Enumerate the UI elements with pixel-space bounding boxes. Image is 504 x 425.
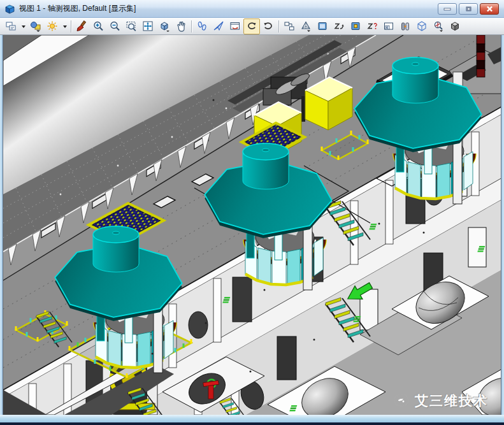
zoom-fit-button[interactable] xyxy=(140,18,156,34)
zoom-out-button[interactable] xyxy=(106,18,123,34)
lighting-dropdown[interactable] xyxy=(61,18,69,34)
zoom-in-button[interactable] xyxy=(90,18,106,34)
orbit-ccw-button[interactable] xyxy=(243,18,260,34)
viewport-frame-button[interactable] xyxy=(314,18,331,34)
link-views-button[interactable] xyxy=(281,18,298,34)
orbit-cube-button[interactable] xyxy=(156,18,173,34)
toolbar-separator xyxy=(278,20,279,32)
display-sets-button[interactable] xyxy=(3,18,19,34)
display-sets-dropdown[interactable] xyxy=(19,18,27,34)
close-button[interactable] xyxy=(480,3,499,15)
window-title: 视图 1 - 轴测视图, Default [显示集] xyxy=(19,3,438,14)
lighting-button[interactable] xyxy=(44,18,61,34)
window-frame-bottom xyxy=(0,415,504,425)
striped-pipe xyxy=(477,35,485,77)
watermark-text: 艾三维技术 xyxy=(415,392,488,410)
restore-button[interactable] xyxy=(459,3,478,15)
shaded-cube-button[interactable] xyxy=(447,18,463,34)
window-frame-left xyxy=(0,35,3,415)
paint-button[interactable] xyxy=(73,18,90,34)
fly-button[interactable] xyxy=(210,18,227,34)
zoom-window-button[interactable] xyxy=(123,18,140,34)
clip-window-button[interactable] xyxy=(380,18,397,34)
watermark: 艾三维技术 xyxy=(392,392,488,410)
main-toolbar xyxy=(0,18,504,35)
3d-viewport[interactable]: 艾三维技术 xyxy=(3,35,501,415)
swallow-logo-icon xyxy=(392,393,411,409)
app-window: 视图 1 - 轴测视图, Default [显示集] xyxy=(0,0,504,425)
window-frame-right xyxy=(501,35,504,415)
z-query-button[interactable] xyxy=(364,18,380,34)
perspective-button[interactable] xyxy=(298,18,314,34)
orbit-cw-button[interactable] xyxy=(260,18,277,34)
toolbar-separator xyxy=(191,20,192,32)
minimize-button[interactable] xyxy=(438,3,457,15)
render-style-button[interactable] xyxy=(27,18,44,34)
viewport-query-button[interactable] xyxy=(347,18,364,34)
3d-scene xyxy=(3,35,501,415)
walk-button[interactable] xyxy=(194,18,210,34)
view-cube-icon xyxy=(4,4,15,14)
pan-button[interactable] xyxy=(173,18,189,34)
wire-cube-button[interactable] xyxy=(414,18,430,34)
axis-tool-button[interactable] xyxy=(430,18,447,34)
title-bar[interactable]: 视图 1 - 轴测视图, Default [显示集] xyxy=(0,0,504,18)
look-around-button[interactable] xyxy=(227,18,243,34)
batteries-button[interactable] xyxy=(397,18,414,34)
z-sort-button[interactable] xyxy=(331,18,347,34)
toolbar-separator xyxy=(71,20,71,32)
